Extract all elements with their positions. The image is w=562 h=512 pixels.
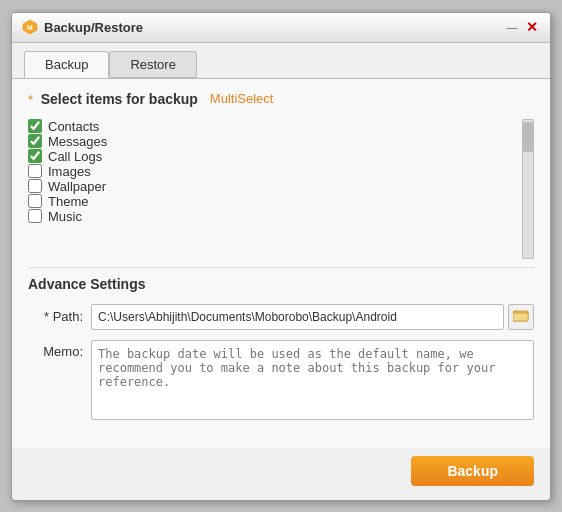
tab-restore[interactable]: Restore: [109, 51, 197, 78]
checkbox-calllogs[interactable]: Call Logs: [28, 149, 518, 164]
music-checkbox[interactable]: [28, 209, 42, 223]
title-bar: M Backup/Restore — ✕: [12, 13, 550, 43]
wallpaper-checkbox[interactable]: [28, 179, 42, 193]
wallpaper-label: Wallpaper: [48, 179, 106, 194]
app-icon: M: [22, 19, 38, 35]
title-bar-left: M Backup/Restore: [22, 19, 143, 35]
tabs-bar: Backup Restore: [12, 43, 550, 78]
contacts-label: Contacts: [48, 119, 99, 134]
path-label: * Path:: [28, 309, 83, 324]
items-list: Contacts Messages Call Logs Images Wallp: [28, 119, 518, 259]
title-bar-controls: — ✕: [504, 19, 540, 35]
scrollbar-thumb: [523, 122, 533, 152]
calllogs-checkbox[interactable]: [28, 149, 42, 163]
section-title: Select items for backup: [41, 91, 198, 107]
theme-checkbox[interactable]: [28, 194, 42, 208]
multiselect-button[interactable]: MultiSelect: [210, 91, 274, 106]
checkbox-music[interactable]: Music: [28, 209, 518, 224]
memo-label: Memo:: [28, 340, 83, 359]
checkbox-theme[interactable]: Theme: [28, 194, 518, 209]
main-window: M Backup/Restore — ✕ Backup Restore * Se…: [11, 12, 551, 501]
theme-label: Theme: [48, 194, 88, 209]
checkbox-wallpaper[interactable]: Wallpaper: [28, 179, 518, 194]
advance-settings-title: Advance Settings: [28, 276, 534, 292]
contacts-checkbox[interactable]: [28, 119, 42, 133]
calllogs-label: Call Logs: [48, 149, 102, 164]
section-title-wrapper: * Select items for backup: [28, 91, 198, 107]
backup-button[interactable]: Backup: [411, 456, 534, 486]
path-field-row: * Path:: [28, 304, 534, 330]
required-star: *: [28, 92, 33, 107]
tab-backup[interactable]: Backup: [24, 51, 109, 78]
checkbox-messages[interactable]: Messages: [28, 134, 518, 149]
items-scrollbar[interactable]: [522, 119, 534, 259]
tab-content: * Select items for backup MultiSelect Co…: [12, 78, 550, 448]
memo-textarea[interactable]: [91, 340, 534, 420]
svg-rect-3: [513, 313, 528, 321]
path-input[interactable]: [91, 304, 504, 330]
browse-button[interactable]: [508, 304, 534, 330]
svg-text:M: M: [27, 24, 33, 31]
images-checkbox[interactable]: [28, 164, 42, 178]
messages-checkbox[interactable]: [28, 134, 42, 148]
divider: [28, 267, 534, 268]
section-header: * Select items for backup MultiSelect: [28, 91, 534, 107]
items-scrollbar-area: Contacts Messages Call Logs Images Wallp: [28, 119, 534, 259]
images-label: Images: [48, 164, 91, 179]
music-label: Music: [48, 209, 82, 224]
folder-icon: [513, 308, 529, 325]
footer: Backup: [12, 448, 550, 500]
advance-settings-section: Advance Settings * Path: Me: [28, 276, 534, 420]
close-button[interactable]: ✕: [524, 19, 540, 35]
memo-field-row: Memo:: [28, 340, 534, 420]
minimize-button[interactable]: —: [504, 19, 520, 35]
window-title: Backup/Restore: [44, 20, 143, 35]
messages-label: Messages: [48, 134, 107, 149]
checkbox-images[interactable]: Images: [28, 164, 518, 179]
checkbox-contacts[interactable]: Contacts: [28, 119, 518, 134]
